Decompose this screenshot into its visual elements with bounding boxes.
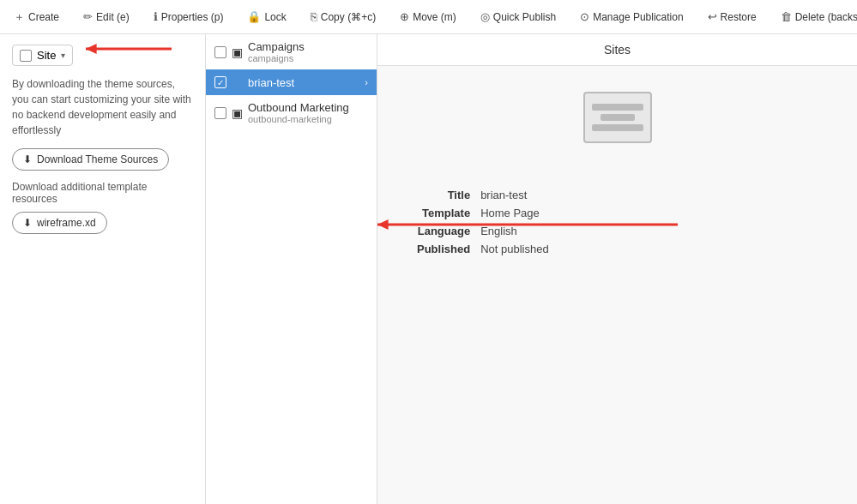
- edit-icon: ✏: [83, 10, 93, 23]
- campaigns-name: Campaigns: [248, 40, 305, 53]
- move-button[interactable]: ⊕ Move (m): [393, 7, 463, 27]
- title-value: brian-test: [475, 186, 554, 204]
- create-button[interactable]: ＋ Create: [7, 6, 66, 28]
- published-value: Not published: [475, 240, 554, 258]
- language-value: English: [475, 222, 554, 240]
- brian-test-checkbox[interactable]: [214, 76, 226, 88]
- template-key: Template: [412, 204, 475, 222]
- outbound-subname: outbound-marketing: [248, 114, 349, 124]
- campaigns-checkbox[interactable]: [214, 46, 226, 58]
- delete-button[interactable]: 🗑 Delete (backspace): [774, 7, 857, 27]
- quick-publish-button[interactable]: ◎ Quick Publish: [474, 7, 563, 27]
- language-key: Language: [412, 222, 475, 240]
- restore-icon: ↩: [708, 10, 717, 23]
- edit-button[interactable]: ✏ Edit (e): [76, 7, 136, 27]
- template-value: Home Page: [475, 204, 554, 222]
- preview-row-3: [592, 124, 643, 131]
- download-theme-button[interactable]: ⬇ Download Theme Sources: [12, 148, 169, 171]
- addl-resources-label: Download additional template resources: [12, 181, 193, 205]
- content-body: Title brian-test Template Home Page Lang…: [377, 66, 857, 504]
- tree-item-campaigns[interactable]: ▣ Campaigns campaigns: [206, 34, 377, 69]
- move-icon: ⊕: [400, 10, 409, 23]
- tree-item-brian-test[interactable]: ▣ brian-test ›: [206, 69, 377, 95]
- campaigns-subname: campaigns: [248, 53, 305, 63]
- copy-icon: ⎘: [311, 10, 317, 23]
- download-icon: ⬇: [23, 153, 32, 165]
- chevron-down-icon: ▾: [61, 51, 65, 60]
- site-preview-icon: [583, 92, 652, 143]
- info-icon: ℹ: [154, 10, 158, 23]
- published-key: Published: [412, 240, 475, 258]
- manage-pub-icon: ⊙: [580, 10, 589, 23]
- lock-icon: 🔒: [247, 10, 261, 23]
- detail-template-row: Template Home Page: [412, 204, 554, 222]
- tree-panel: ▣ Campaigns campaigns ▣ brian-test › ▣: [206, 34, 377, 504]
- site-checkbox[interactable]: [20, 50, 32, 62]
- toolbar: ＋ Create ✏ Edit (e) ℹ Properties (p) 🔒 L…: [0, 0, 857, 34]
- site-label: Site: [37, 49, 56, 62]
- details-table: Title brian-test Template Home Page Lang…: [412, 186, 554, 258]
- preview-row-1: [592, 104, 643, 111]
- plus-icon: ＋: [14, 9, 25, 25]
- content-panel: Sites Title brian-test: [377, 34, 857, 504]
- restore-button[interactable]: ↩ Restore: [701, 7, 763, 27]
- detail-language-row: Language English: [412, 222, 554, 240]
- manage-publication-button[interactable]: ⊙ Manage Publication: [573, 7, 690, 27]
- folder-icon: ▣: [232, 45, 243, 59]
- tree-item-outbound-marketing[interactable]: ▣ Outbound Marketing outbound-marketing: [206, 95, 377, 130]
- brian-test-name: brian-test: [248, 76, 294, 89]
- properties-button[interactable]: ℹ Properties (p): [147, 7, 231, 27]
- sidebar: Site ▾ By downloading the theme sources,…: [0, 34, 206, 504]
- site-selector[interactable]: Site ▾: [12, 45, 73, 66]
- publish-icon: ◎: [480, 10, 490, 23]
- main-layout: Site ▾ By downloading the theme sources,…: [0, 34, 857, 504]
- preview-row-2: [601, 114, 635, 121]
- title-key: Title: [412, 186, 475, 204]
- lock-button[interactable]: 🔒 Lock: [240, 7, 293, 27]
- detail-title-row: Title brian-test: [412, 186, 554, 204]
- folder-icon-3: ▣: [232, 106, 243, 120]
- wireframe-button[interactable]: ⬇ wireframe.xd: [12, 212, 107, 234]
- outbound-name: Outbound Marketing: [248, 101, 349, 114]
- detail-published-row: Published Not published: [412, 240, 554, 258]
- sidebar-description: By downloading the theme sources, you ca…: [12, 76, 193, 138]
- wireframe-icon: ⬇: [23, 217, 32, 229]
- chevron-right-icon: ›: [365, 77, 368, 87]
- trash-icon: 🗑: [781, 10, 792, 23]
- outbound-checkbox[interactable]: [214, 107, 226, 119]
- copy-button[interactable]: ⎘ Copy (⌘+c): [304, 7, 383, 27]
- content-header: Sites: [377, 34, 857, 66]
